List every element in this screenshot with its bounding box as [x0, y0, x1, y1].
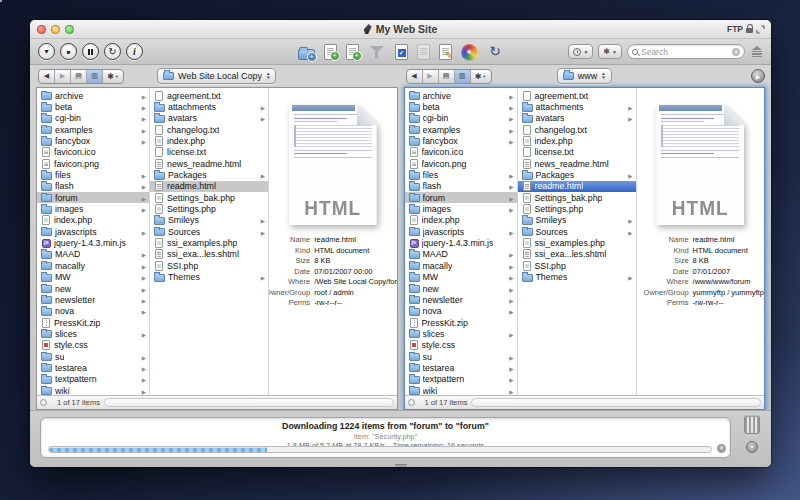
- pane-actions-button[interactable]: ✱▼: [471, 70, 491, 83]
- folder-row[interactable]: javascripts: [405, 226, 517, 237]
- file-row[interactable]: Settings.php: [150, 203, 268, 214]
- folder-row[interactable]: cgi-bin: [37, 113, 149, 124]
- folder-row[interactable]: new: [405, 283, 517, 294]
- file-row[interactable]: Settings_bak.php: [150, 192, 268, 203]
- file-row[interactable]: agreement.txt: [518, 90, 636, 101]
- folder-row[interactable]: MAAD: [37, 249, 149, 260]
- resize-icon[interactable]: [756, 25, 765, 34]
- folder-row[interactable]: Sources: [150, 226, 268, 237]
- file-row[interactable]: favicon.ico: [405, 147, 517, 158]
- folder-row[interactable]: testarea: [405, 362, 517, 373]
- folder-row[interactable]: javascripts: [37, 226, 149, 237]
- file-row[interactable]: ssi_exa...les.shtml: [150, 249, 268, 260]
- file-row[interactable]: SSI.php: [518, 260, 636, 271]
- drawer-handle[interactable]: [395, 464, 407, 468]
- file-row[interactable]: index.php: [518, 135, 636, 146]
- folder-row[interactable]: slices: [37, 328, 149, 339]
- file-row[interactable]: changelog.txt: [518, 124, 636, 135]
- clear-search-icon[interactable]: ✕: [732, 48, 740, 56]
- file-row[interactable]: Settings.php: [518, 203, 636, 214]
- folder-row[interactable]: cgi-bin: [405, 113, 517, 124]
- cancel-transfer-icon[interactable]: ✕: [717, 444, 726, 453]
- folder-row[interactable]: MW: [405, 272, 517, 283]
- file-row[interactable]: PressKit.zip: [405, 317, 517, 328]
- folder-row[interactable]: examples: [405, 124, 517, 135]
- folder-row[interactable]: examples: [37, 124, 149, 135]
- info-button[interactable]: i: [126, 43, 143, 60]
- actions-menu-button[interactable]: ✱▼: [598, 44, 622, 59]
- pane-actions-button[interactable]: ✱▼: [103, 70, 123, 83]
- file-row[interactable]: PressKit.zip: [37, 317, 149, 328]
- folder-row[interactable]: Packages: [150, 169, 268, 180]
- file-row[interactable]: style.css: [37, 340, 149, 351]
- history-menu-button[interactable]: ▼: [568, 44, 593, 59]
- column-view-button[interactable]: ▥: [87, 70, 103, 83]
- app-logo-icon[interactable]: [461, 44, 478, 61]
- file-row[interactable]: favicon.png: [405, 158, 517, 169]
- duplicate-file-icon[interactable]: [346, 44, 359, 60]
- trash-icon[interactable]: [744, 416, 760, 434]
- refresh-button[interactable]: ↻: [104, 43, 121, 60]
- list-view-button[interactable]: ▤: [439, 70, 455, 83]
- sync-icon[interactable]: ↻: [487, 43, 504, 60]
- horizontal-scrollbar[interactable]: [471, 398, 761, 407]
- folder-row[interactable]: fancybox: [37, 135, 149, 146]
- folder-row[interactable]: macally: [37, 260, 149, 271]
- file-row[interactable]: index.php: [150, 135, 268, 146]
- file-row[interactable]: agreement.txt: [150, 90, 268, 101]
- file-row[interactable]: ssi_examples.php: [518, 237, 636, 248]
- transfer-action-button[interactable]: [746, 441, 758, 453]
- task-list-icon[interactable]: [395, 44, 408, 60]
- search-field[interactable]: ✕: [627, 44, 745, 59]
- folder-row[interactable]: images: [405, 203, 517, 214]
- download-button[interactable]: ▼: [38, 43, 55, 60]
- folder-row[interactable]: testarea: [37, 362, 149, 373]
- back-button[interactable]: ◀: [407, 70, 423, 83]
- file-row[interactable]: ssi_examples.php: [150, 237, 268, 248]
- folder-row[interactable]: avatars: [150, 113, 268, 124]
- folder-row[interactable]: Smileys: [150, 215, 268, 226]
- file-row[interactable]: ssi_exa...les.shtml: [518, 249, 636, 260]
- folder-row[interactable]: Sources: [518, 226, 636, 237]
- file-row[interactable]: index.php: [405, 215, 517, 226]
- folder-row[interactable]: Smileys: [518, 215, 636, 226]
- folder-row[interactable]: MW: [37, 272, 149, 283]
- edit-file-icon[interactable]: [439, 44, 452, 60]
- folder-row[interactable]: archive: [37, 90, 149, 101]
- file-row[interactable]: favicon.ico: [37, 147, 149, 158]
- file-row[interactable]: jquery-1.4.3.min.js: [37, 237, 149, 248]
- filter-icon[interactable]: [368, 43, 386, 60]
- folder-row[interactable]: su: [37, 351, 149, 362]
- search-input[interactable]: [641, 47, 729, 57]
- folder-row[interactable]: archive: [405, 90, 517, 101]
- folder-row[interactable]: flash: [405, 181, 517, 192]
- file-row[interactable]: news_readme.html: [518, 158, 636, 169]
- folder-row[interactable]: wiki: [405, 385, 517, 395]
- file-row[interactable]: news_readme.html: [150, 158, 268, 169]
- transfer-queue-icon[interactable]: [750, 46, 763, 58]
- folder-row[interactable]: attachments: [150, 101, 268, 112]
- folder-row[interactable]: MAAD: [405, 249, 517, 260]
- folder-row[interactable]: images: [37, 203, 149, 214]
- file-row[interactable]: readme.html: [518, 181, 636, 192]
- folder-row[interactable]: beta: [37, 101, 149, 112]
- file-row[interactable]: style.css: [405, 340, 517, 351]
- folder-row[interactable]: forum: [37, 192, 149, 203]
- folder-row[interactable]: nova: [37, 306, 149, 317]
- folder-row[interactable]: su: [405, 351, 517, 362]
- file-row[interactable]: license.txt: [518, 147, 636, 158]
- folder-row[interactable]: fancybox: [405, 135, 517, 146]
- file-row[interactable]: index.php: [37, 215, 149, 226]
- folder-row[interactable]: newsletter: [37, 294, 149, 305]
- folder-row[interactable]: forum: [405, 192, 517, 203]
- folder-row[interactable]: Packages: [518, 169, 636, 180]
- local-path-dropdown[interactable]: Web Site Local Copy ▲▼: [157, 68, 276, 84]
- folder-row[interactable]: files: [405, 169, 517, 180]
- file-row[interactable]: jquery-1.4.3.min.js: [405, 237, 517, 248]
- folder-row[interactable]: textpattern: [37, 374, 149, 385]
- horizontal-scrollbar[interactable]: [104, 398, 394, 407]
- list-view-button[interactable]: ▤: [71, 70, 87, 83]
- new-file-icon[interactable]: [324, 44, 337, 60]
- column-view-button[interactable]: ▥: [455, 70, 471, 83]
- go-button[interactable]: [751, 69, 765, 83]
